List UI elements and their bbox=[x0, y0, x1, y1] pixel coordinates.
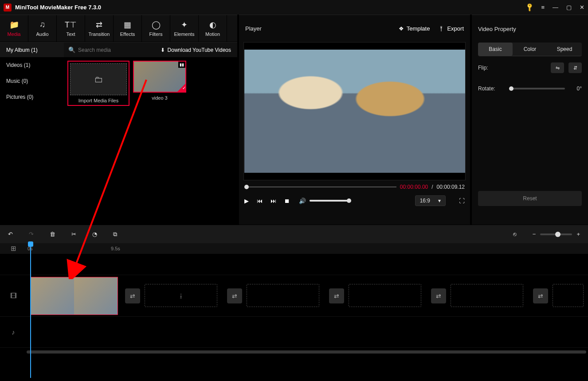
layers-icon: ❖ bbox=[399, 25, 404, 32]
tab-audio[interactable]: ♫ Audio bbox=[28, 15, 57, 42]
library-panel: 📁 Media ♫ Audio T⊤ Text ⇄ Transition ▦ E… bbox=[0, 15, 237, 225]
fullscreen-button[interactable]: ⛶ bbox=[459, 198, 465, 204]
zoom-slider[interactable] bbox=[540, 233, 572, 235]
player-panel: Player ❖ Template ⭱ Export 00:00:00.00 /… bbox=[239, 15, 470, 225]
download-youtube-link[interactable]: ⬇ Download YouTube Videos bbox=[161, 47, 237, 53]
tab-transition-label: Transition bbox=[89, 31, 110, 37]
tab-media[interactable]: 📁 Media bbox=[0, 15, 28, 42]
volume-icon[interactable]: 🔊 bbox=[299, 198, 306, 204]
fit-button[interactable]: ⎋ bbox=[513, 231, 517, 237]
video-preview[interactable] bbox=[243, 42, 466, 180]
title-bar: M MiniTool MovieMaker Free 7.3.0 🔑 ≡ — ▢… bbox=[0, 0, 588, 15]
next-frame-button[interactable]: ⏭ bbox=[270, 198, 276, 204]
split-button[interactable]: ✂ bbox=[71, 231, 76, 237]
timeline-scrollbar[interactable] bbox=[0, 350, 588, 355]
timeline: ⊞ 0s 9.5s 🎞 ⇄ ⭳ ⇄ ⇄ ⇄ ⇄ ♪ bbox=[0, 243, 588, 355]
flip-horizontal-button[interactable]: ⇋ bbox=[551, 62, 564, 73]
seek-bar[interactable] bbox=[244, 184, 396, 190]
export-button[interactable]: ⭱ Export bbox=[439, 25, 464, 32]
reset-button[interactable]: Reset bbox=[478, 191, 582, 206]
rotate-slider[interactable] bbox=[509, 88, 565, 89]
music-note-icon: ♫ bbox=[39, 20, 46, 29]
tab-elements-label: Elements bbox=[174, 31, 195, 37]
transition-slot-4[interactable]: ⇄ bbox=[431, 288, 446, 303]
tab-media-label: Media bbox=[8, 31, 21, 37]
search-media[interactable]: 🔍 bbox=[64, 47, 161, 53]
tab-transition[interactable]: ⇄ Transition bbox=[85, 15, 114, 42]
player-title: Player bbox=[245, 25, 390, 32]
aspect-ratio-value: 16:9 bbox=[420, 198, 430, 204]
clip-placeholder-5[interactable] bbox=[553, 284, 584, 307]
transition-slot-5[interactable]: ⇄ bbox=[533, 288, 548, 303]
clip-placeholder-2[interactable] bbox=[247, 284, 319, 307]
filters-icon: ◯ bbox=[152, 20, 161, 29]
flip-vertical-button[interactable]: ⇵ bbox=[568, 62, 582, 73]
tab-effects[interactable]: ▦ Effects bbox=[114, 15, 142, 42]
zoom-out-button[interactable]: − bbox=[533, 231, 536, 237]
play-button[interactable]: ▶ bbox=[244, 198, 249, 204]
import-media-button[interactable]: 🗀 Import Media Files bbox=[67, 61, 129, 106]
undo-button[interactable]: ↶ bbox=[8, 231, 13, 237]
search-input[interactable] bbox=[78, 47, 145, 53]
timeline-ruler[interactable]: ⊞ 0s 9.5s bbox=[0, 243, 588, 254]
clip-placeholder-1[interactable]: ⭳ bbox=[145, 284, 217, 307]
crop-button[interactable]: ⧉ bbox=[113, 231, 117, 238]
template-button[interactable]: ❖ Template bbox=[399, 25, 430, 32]
key-icon[interactable]: 🔑 bbox=[525, 3, 534, 12]
category-music[interactable]: Music (0) bbox=[0, 73, 64, 89]
overlay-track[interactable] bbox=[0, 254, 588, 275]
motion-icon: ◐ bbox=[209, 20, 216, 29]
transition-slot-1[interactable]: ⇄ bbox=[125, 288, 140, 303]
redo-button[interactable]: ↷ bbox=[29, 231, 34, 237]
video-track-icon: 🎞 bbox=[10, 292, 17, 299]
template-label: Template bbox=[407, 25, 430, 32]
chevron-down-icon: ▾ bbox=[438, 198, 441, 204]
tab-basic[interactable]: Basic bbox=[478, 43, 513, 56]
tab-effects-label: Effects bbox=[120, 31, 135, 37]
speed-button[interactable]: ◔ bbox=[92, 231, 97, 237]
video-track[interactable]: 🎞 ⇄ ⭳ ⇄ ⇄ ⇄ ⇄ bbox=[0, 275, 588, 317]
audio-track-icon: ♪ bbox=[12, 328, 15, 336]
aspect-ratio-select[interactable]: 16:9 ▾ bbox=[415, 195, 446, 206]
tab-elements[interactable]: ✦ Elements bbox=[170, 15, 199, 42]
tab-speed[interactable]: Speed bbox=[547, 43, 582, 56]
tab-motion[interactable]: ◐ Motion bbox=[199, 15, 227, 42]
minimize-button[interactable]: — bbox=[553, 4, 558, 11]
maximize-button[interactable]: ▢ bbox=[566, 4, 572, 11]
time-separator: / bbox=[431, 184, 433, 190]
clip-placeholder-3[interactable] bbox=[349, 284, 421, 307]
tab-filters[interactable]: ◯ Filters bbox=[142, 15, 170, 42]
timeline-clip[interactable] bbox=[30, 277, 118, 315]
ruler-mark-1: 9.5s bbox=[111, 246, 120, 251]
text-icon: T⊤ bbox=[65, 20, 77, 29]
audio-track[interactable]: ♪ bbox=[0, 317, 588, 348]
album-label[interactable]: My Album (1) bbox=[0, 43, 64, 57]
zoom-in-button[interactable]: + bbox=[576, 231, 580, 237]
add-track-button[interactable]: ⊞ bbox=[11, 245, 16, 253]
volume-slider[interactable] bbox=[310, 200, 349, 202]
prev-frame-button[interactable]: ⏮ bbox=[257, 198, 263, 204]
import-media-label: Import Media Files bbox=[78, 98, 118, 103]
added-check-icon bbox=[177, 84, 185, 92]
playhead[interactable] bbox=[30, 243, 31, 378]
transition-slot-3[interactable]: ⇄ bbox=[329, 288, 344, 303]
category-videos[interactable]: Videos (1) bbox=[0, 57, 64, 73]
rotate-label: Rotate: bbox=[478, 86, 505, 92]
tab-text-label: Text bbox=[66, 31, 75, 37]
search-icon: 🔍 bbox=[68, 47, 75, 53]
export-label: Export bbox=[447, 25, 464, 32]
delete-button[interactable]: 🗑 bbox=[50, 231, 55, 237]
elements-icon: ✦ bbox=[181, 20, 188, 29]
folder-icon: 📁 bbox=[9, 20, 19, 29]
transition-slot-2[interactable]: ⇄ bbox=[227, 288, 242, 303]
close-button[interactable]: ✕ bbox=[580, 4, 584, 11]
stop-button[interactable]: ⏹ bbox=[284, 198, 290, 204]
category-pictures[interactable]: Pictures (0) bbox=[0, 89, 64, 105]
tab-text[interactable]: T⊤ Text bbox=[57, 15, 85, 42]
media-clip[interactable]: ▮▮ video 3 bbox=[133, 61, 186, 101]
clip-placeholder-4[interactable] bbox=[451, 284, 523, 307]
menu-icon[interactable]: ≡ bbox=[541, 4, 545, 11]
tab-color[interactable]: Color bbox=[513, 43, 547, 56]
download-youtube-label: Download YouTube Videos bbox=[168, 47, 231, 53]
flip-label: Flip: bbox=[478, 65, 505, 71]
